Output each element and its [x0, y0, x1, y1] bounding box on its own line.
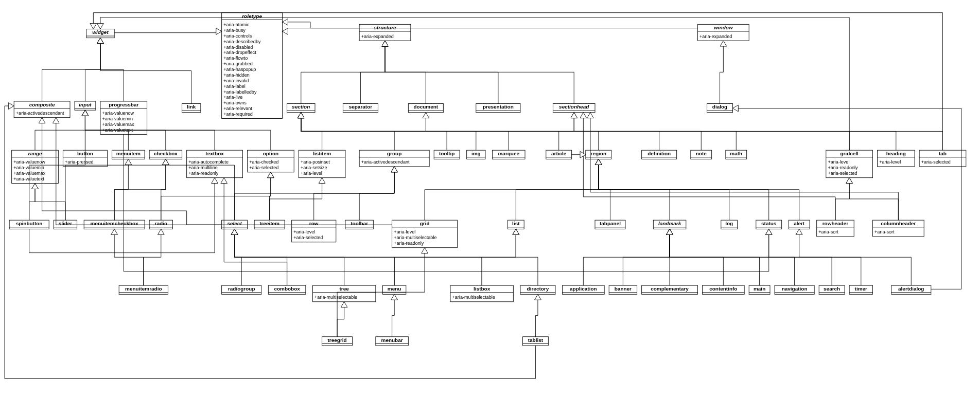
node-title: listbox — [474, 286, 491, 292]
edge-toolbar-group — [359, 167, 397, 220]
node-document: document — [408, 104, 443, 113]
edge-radio-option — [161, 172, 274, 220]
node-title: columnheader — [881, 221, 916, 226]
node-attr: +aria-selected — [828, 171, 857, 176]
node-title: sectionhead — [559, 104, 589, 110]
node-title: tree — [340, 286, 349, 292]
node-checkbox: checkbox — [149, 150, 182, 159]
node-title: heading — [886, 151, 906, 156]
node-region: region — [586, 150, 611, 159]
node-attr: +aria-level — [879, 159, 901, 165]
node-attr: +aria-level — [301, 171, 322, 176]
node-structure: structure+aria-expanded — [359, 24, 411, 41]
node-gridcell: gridcell+aria-level+aria-readonly+aria-s… — [826, 150, 873, 177]
node-title: alert — [794, 221, 805, 226]
node-attr: +aria-readonly — [828, 165, 858, 170]
node-title: section — [292, 104, 310, 110]
node-attr: +aria-required — [223, 112, 253, 117]
node-attr: +aria-disabled — [223, 45, 253, 50]
node-attr: +aria-label — [223, 84, 246, 89]
node-title: combobox — [274, 286, 300, 292]
node-title: math — [730, 151, 742, 156]
node-title: menuitemcheckbox — [91, 221, 139, 226]
node-title: listitem — [313, 151, 331, 156]
node-title: menu — [388, 286, 401, 292]
node-roletype: roletype+aria-atomic+aria-busy+aria-cont… — [222, 13, 283, 119]
node-title: dialog — [712, 104, 727, 110]
node-link: link — [182, 104, 201, 113]
aria-role-taxonomy-diagram: roletype+aria-atomic+aria-busy+aria-cont… — [0, 0, 980, 417]
node-rowheader: rowheader+aria-sort — [817, 220, 854, 237]
node-attr: +aria-posinset — [301, 159, 330, 165]
node-progressbar: progressbar+aria-valuenow+aria-valuemin+… — [100, 101, 147, 134]
edge-menuitemradio-radio — [144, 229, 164, 285]
edge-listbox-list — [482, 229, 519, 285]
node-attr: +aria-autocomplete — [188, 159, 229, 165]
node-attr: +aria-level — [293, 229, 315, 234]
node-title: menuitemradio — [125, 286, 162, 292]
node-radiogroup: radiogroup — [222, 285, 261, 294]
node-title: widget — [92, 29, 109, 35]
node-list: list — [507, 220, 524, 229]
node-section: section — [287, 104, 315, 113]
node-title: menuitem — [116, 151, 141, 156]
node-title: progressbar — [109, 102, 138, 107]
node-title: window — [714, 25, 733, 30]
node-title: complementary — [651, 286, 689, 292]
node-attr: +aria-valuemin — [102, 116, 133, 121]
edge-menubar-menu — [391, 294, 398, 337]
node-title: article — [551, 151, 567, 156]
node-attr: +aria-multiselectable — [314, 295, 357, 300]
node-attr: +aria-activedescendant — [361, 159, 410, 165]
node-tooltip: tooltip — [434, 150, 460, 159]
edge-progressbar-widget — [97, 38, 124, 101]
node-main: main — [749, 285, 770, 294]
node-menuitemradio: menuitemradio — [119, 285, 168, 294]
node-title: document — [414, 104, 439, 110]
node-title: status — [761, 221, 777, 226]
node-complementary: complementary — [642, 285, 698, 294]
node-attr: +aria-labelledby — [223, 89, 257, 95]
node-title: tooltip — [439, 151, 454, 156]
node-article: article — [546, 150, 572, 159]
node-directory: directory — [520, 285, 555, 294]
node-marquee: marquee — [493, 150, 525, 159]
node-sectionhead: sectionhead — [553, 104, 595, 113]
node-widget: widget — [86, 29, 114, 38]
edge-banner-landmark — [623, 229, 673, 285]
node-title: toolbar — [351, 221, 368, 226]
node-search: search — [819, 285, 845, 294]
node-separator: separator — [343, 104, 378, 113]
node-attr: +aria-selected — [249, 165, 278, 170]
node-title: banner — [615, 286, 632, 292]
node-title: menubar — [381, 337, 403, 343]
edge-alertdialog-dialog — [732, 105, 961, 289]
node-title: search — [824, 286, 840, 292]
node-menubar: menubar — [376, 337, 408, 346]
node-attr: +aria-expanded — [361, 34, 394, 39]
node-definition: definition — [642, 150, 677, 159]
node-application: application — [563, 285, 605, 294]
node-title: composite — [29, 102, 55, 107]
node-range: range+aria-valuenow+aria-valuemin+aria-v… — [12, 150, 59, 183]
node-title: checkbox — [154, 151, 178, 156]
edge-slider-range — [32, 184, 65, 221]
edge-rowheader-sectionhead — [580, 113, 835, 220]
edge-dialog-window — [720, 41, 727, 103]
node-title: treegrid — [328, 337, 347, 343]
node-title: spinbutton — [16, 221, 42, 226]
edge-tablist-directory — [535, 294, 541, 337]
edge-link-widget — [97, 38, 191, 104]
node-title: note — [696, 151, 707, 156]
node-navigation: navigation — [775, 285, 814, 294]
node-timer: timer — [849, 285, 872, 294]
node-dialog: dialog — [707, 104, 733, 113]
node-menuitem: menuitem — [112, 150, 145, 159]
edge-combobox-textbox — [221, 178, 287, 285]
edge-treegrid-tree — [337, 302, 347, 337]
node-attr: +aria-expanded — [699, 34, 732, 39]
node-title: log — [725, 221, 733, 226]
node-title: tabpanel — [600, 221, 621, 226]
node-attr: +aria-atomic — [223, 22, 250, 27]
node-spinbutton: spinbutton — [9, 220, 49, 229]
